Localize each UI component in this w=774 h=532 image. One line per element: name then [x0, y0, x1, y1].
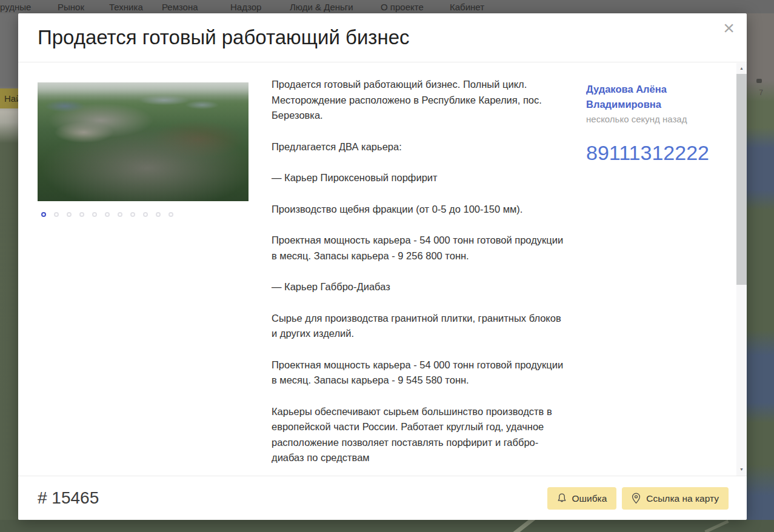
listing-id: # 15465	[38, 488, 99, 508]
error-button[interactable]: Ошибка	[547, 487, 617, 510]
map-background-bottom	[0, 520, 774, 532]
modal-header: Продается готовый работающий бизнес ×	[18, 13, 747, 62]
footer-buttons: Ошибка Ссылка на карту	[547, 487, 729, 510]
gallery-dot[interactable]	[156, 212, 161, 217]
description-paragraph: Предлагается ДВА карьера:	[272, 139, 567, 155]
gallery-dot[interactable]	[67, 212, 72, 217]
close-icon[interactable]: ×	[723, 18, 735, 38]
map-link-button[interactable]: Ссылка на карту	[622, 487, 729, 510]
location-pin-icon	[632, 493, 641, 504]
gallery-dot[interactable]	[41, 212, 46, 217]
nav-item[interactable]: Рынок	[58, 2, 84, 12]
map-road	[511, 520, 536, 532]
modal-body: Продается готовый работающий бизнес. Пол…	[18, 63, 747, 476]
map-road	[704, 520, 729, 532]
error-button-label: Ошибка	[572, 493, 607, 504]
gallery-dot[interactable]	[105, 212, 110, 217]
scrollbar-up-icon[interactable]: ▲	[736, 63, 747, 73]
listing-description: Продается готовый работающий бизнес. Пол…	[272, 77, 567, 482]
nav-item[interactable]: Ремзона	[162, 2, 198, 12]
seller-name-link[interactable]: Дудакова Алёна Владимировна	[586, 82, 683, 112]
gallery-dot[interactable]	[92, 212, 97, 217]
gallery-dot[interactable]	[143, 212, 148, 217]
nav-item[interactable]: Надзор	[230, 2, 261, 12]
description-paragraph: Проектная мощность карьера - 54 000 тонн…	[272, 357, 567, 388]
listing-modal: Продается готовый работающий бизнес × Пр…	[18, 13, 747, 520]
description-paragraph: Производство щебня фракции (от 0-5 до 10…	[272, 202, 567, 218]
map-label: 7	[759, 88, 763, 97]
scrollbar-down-icon[interactable]: ▼	[736, 464, 747, 474]
modal-footer: # 15465 Ошибка Ссылка на к	[18, 476, 747, 520]
description-paragraph: — Карьер Пироксеновый порфирит	[272, 170, 567, 186]
contact-panel: Дудакова Алёна Владимировна несколько се…	[586, 82, 719, 165]
description-paragraph: Продается готовый работающий бизнес. Пол…	[272, 77, 567, 124]
scrollbar-thumb[interactable]	[736, 74, 747, 285]
description-paragraph: Проектная мощность карьера - 54 000 тонн…	[272, 233, 567, 264]
gallery-dot[interactable]	[130, 212, 135, 217]
map-poi-icon	[756, 79, 762, 83]
nav-item[interactable]: Люди & Деньги	[290, 2, 353, 12]
gallery-dot[interactable]	[168, 212, 173, 217]
find-button[interactable]: Най	[0, 88, 18, 108]
gallery-dot[interactable]	[118, 212, 122, 217]
nav-item[interactable]: рудные	[0, 2, 31, 12]
listing-photo[interactable]	[38, 82, 249, 201]
listing-time-ago: несколько секунд назад	[586, 114, 719, 124]
description-paragraph: — Карьер Габбро-Диабаз	[272, 279, 567, 295]
nav-item[interactable]: О проекте	[381, 2, 424, 12]
scrollbar[interactable]: ▲ ▼	[736, 63, 747, 476]
seller-phone[interactable]: 89111312222	[586, 141, 719, 165]
modal-title: Продается готовый работающий бизнес	[38, 26, 410, 49]
description-paragraph: Сырье для производства гранитной плитки,…	[272, 311, 567, 342]
gallery-dot[interactable]	[79, 212, 84, 217]
top-nav: рудныеРынокТехникаРемзонаНадзорЛюди & Де…	[0, 0, 774, 13]
gallery-dots	[41, 212, 173, 217]
description-paragraph: Карьеры обеспечивают сырьем большинство …	[272, 404, 567, 466]
map-link-button-label: Ссылка на карту	[646, 493, 719, 504]
nav-item[interactable]: Техника	[109, 2, 143, 12]
bell-icon	[557, 493, 567, 504]
nav-item[interactable]: Кабинет	[450, 2, 484, 12]
gallery-dot[interactable]	[54, 212, 59, 217]
